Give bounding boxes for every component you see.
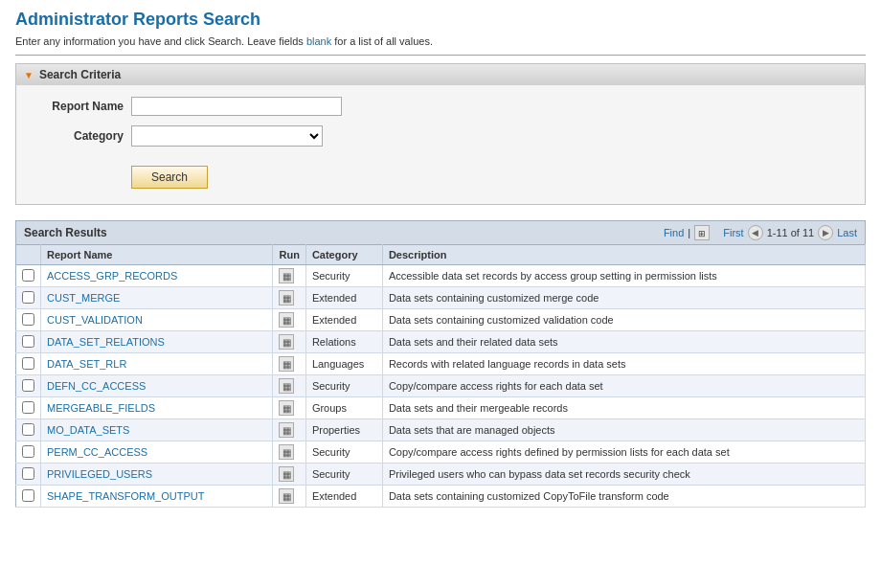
description-cell: Data sets containing customized merge co… bbox=[382, 287, 865, 309]
description-cell: Data sets and their mergeable records bbox=[382, 397, 865, 419]
run-icon[interactable]: ▦ bbox=[279, 400, 294, 416]
collapse-arrow-icon[interactable]: ▼ bbox=[24, 70, 34, 80]
row-checkbox[interactable] bbox=[22, 313, 34, 326]
category-label: Category bbox=[35, 129, 131, 143]
row-checkbox[interactable] bbox=[22, 423, 34, 436]
run-icon[interactable]: ▦ bbox=[279, 268, 294, 283]
col-checkbox bbox=[16, 245, 41, 265]
table-row: PRIVILEGED_USERS▦SecurityPrivileged user… bbox=[16, 464, 866, 486]
run-icon[interactable]: ▦ bbox=[279, 356, 294, 372]
find-icon[interactable]: ⊞ bbox=[694, 225, 710, 240]
report-name-row: Report Name bbox=[35, 97, 846, 116]
blank-link[interactable]: blank bbox=[306, 35, 331, 47]
description-cell: Privileged users who can bypass data set… bbox=[382, 464, 865, 486]
description-cell: Copy/compare access rights defined by pe… bbox=[382, 441, 865, 464]
criteria-header-label: Search Criteria bbox=[39, 68, 121, 81]
col-category: Category bbox=[305, 245, 382, 265]
report-name-link[interactable]: SHAPE_TRANSFORM_OUTPUT bbox=[47, 490, 204, 502]
report-name-link[interactable]: DATA_SET_RELATIONS bbox=[47, 336, 165, 348]
run-icon[interactable]: ▦ bbox=[279, 378, 294, 394]
nav-separator: | bbox=[688, 227, 690, 238]
table-row: MO_DATA_SETS▦PropertiesData sets that ar… bbox=[16, 419, 866, 441]
report-name-link[interactable]: MERGEABLE_FIELDS bbox=[47, 402, 155, 414]
row-checkbox[interactable] bbox=[22, 357, 34, 370]
col-report-name: Report Name bbox=[41, 245, 273, 265]
results-table: Report Name Run Category Description ACC… bbox=[15, 244, 866, 508]
criteria-body: Report Name Category Security Extended R… bbox=[16, 85, 865, 204]
row-checkbox[interactable] bbox=[22, 401, 34, 414]
run-icon[interactable]: ▦ bbox=[279, 334, 294, 350]
find-link[interactable]: Find bbox=[664, 227, 684, 238]
next-page-button[interactable]: ▶ bbox=[818, 225, 833, 240]
category-cell: Security bbox=[305, 265, 382, 287]
table-row: SHAPE_TRANSFORM_OUTPUT▦ExtendedData sets… bbox=[16, 486, 866, 508]
row-checkbox[interactable] bbox=[22, 291, 34, 304]
category-cell: Properties bbox=[305, 419, 382, 441]
category-cell: Extended bbox=[305, 287, 382, 309]
description-cell: Data sets and their related data sets bbox=[382, 331, 865, 353]
table-row: CUST_VALIDATION▦ExtendedData sets contai… bbox=[16, 309, 866, 331]
description-cell: Data sets containing customized CopyToFi… bbox=[382, 486, 865, 508]
table-row: DATA_SET_RELATIONS▦RelationsData sets an… bbox=[16, 331, 866, 353]
prev-page-button[interactable]: ◀ bbox=[748, 225, 763, 240]
run-icon[interactable]: ▦ bbox=[279, 488, 294, 504]
description-cell: Data sets containing customized validati… bbox=[382, 309, 865, 331]
table-row: ACCESS_GRP_RECORDS▦SecurityAccessible da… bbox=[16, 265, 866, 287]
last-link[interactable]: Last bbox=[837, 227, 857, 238]
description-cell: Records with related language records in… bbox=[382, 353, 865, 375]
criteria-panel: ▼ Search Criteria Report Name Category S… bbox=[15, 63, 866, 205]
report-name-link[interactable]: PERM_CC_ACCESS bbox=[47, 446, 147, 458]
report-name-link[interactable]: DATA_SET_RLR bbox=[47, 358, 126, 370]
category-cell: Extended bbox=[305, 309, 382, 331]
report-name-link[interactable]: MO_DATA_SETS bbox=[47, 424, 129, 436]
category-cell: Groups bbox=[305, 397, 382, 419]
run-icon[interactable]: ▦ bbox=[279, 290, 294, 305]
page-title: Administrator Reports Search bbox=[15, 10, 866, 30]
run-icon[interactable]: ▦ bbox=[279, 422, 294, 438]
category-cell: Languages bbox=[305, 353, 382, 375]
results-section: Search Results Find | ⊞ First ◀ 1-11 of … bbox=[15, 220, 866, 508]
first-link[interactable]: First bbox=[723, 227, 743, 238]
page-count: 1-11 of 11 bbox=[767, 227, 815, 238]
results-header: Search Results Find | ⊞ First ◀ 1-11 of … bbox=[15, 220, 866, 244]
criteria-header: ▼ Search Criteria bbox=[16, 64, 865, 85]
row-checkbox[interactable] bbox=[22, 489, 34, 502]
page-subtitle: Enter any information you have and click… bbox=[15, 35, 866, 56]
category-select[interactable]: Security Extended Relations Languages Gr… bbox=[131, 125, 323, 147]
report-name-link[interactable]: CUST_VALIDATION bbox=[47, 314, 143, 326]
row-checkbox[interactable] bbox=[22, 269, 34, 282]
row-checkbox[interactable] bbox=[22, 335, 34, 348]
results-nav: Find | ⊞ First ◀ 1-11 of 11 ▶ Last bbox=[664, 225, 857, 240]
row-checkbox[interactable] bbox=[22, 445, 34, 458]
category-cell: Extended bbox=[305, 486, 382, 508]
category-cell: Relations bbox=[305, 331, 382, 353]
category-cell: Security bbox=[305, 464, 382, 486]
search-button[interactable]: Search bbox=[131, 166, 208, 189]
table-row: CUST_MERGE▦ExtendedData sets containing … bbox=[16, 287, 866, 309]
table-row: DEFN_CC_ACCESS▦SecurityCopy/compare acce… bbox=[16, 375, 866, 397]
description-cell: Data sets that are managed objects bbox=[382, 419, 865, 441]
table-row: MERGEABLE_FIELDS▦GroupsData sets and the… bbox=[16, 397, 866, 419]
col-run: Run bbox=[273, 245, 305, 265]
nav-spacer bbox=[713, 227, 719, 238]
col-description: Description bbox=[382, 245, 865, 265]
search-btn-row: Search bbox=[131, 156, 846, 192]
table-row: PERM_CC_ACCESS▦SecurityCopy/compare acce… bbox=[16, 441, 866, 464]
category-cell: Security bbox=[305, 375, 382, 397]
run-icon[interactable]: ▦ bbox=[279, 312, 294, 328]
description-cell: Accessible data set records by access gr… bbox=[382, 265, 865, 287]
table-header-row: Report Name Run Category Description bbox=[16, 245, 866, 265]
report-name-link[interactable]: ACCESS_GRP_RECORDS bbox=[47, 270, 177, 282]
row-checkbox[interactable] bbox=[22, 379, 34, 392]
table-row: DATA_SET_RLR▦LanguagesRecords with relat… bbox=[16, 353, 866, 375]
run-icon[interactable]: ▦ bbox=[279, 444, 294, 460]
report-name-label: Report Name bbox=[35, 100, 131, 113]
report-name-input[interactable] bbox=[131, 97, 342, 116]
row-checkbox[interactable] bbox=[22, 467, 34, 480]
report-name-link[interactable]: CUST_MERGE bbox=[47, 292, 120, 304]
run-icon[interactable]: ▦ bbox=[279, 466, 294, 482]
description-cell: Copy/compare access rights for each data… bbox=[382, 375, 865, 397]
report-name-link[interactable]: DEFN_CC_ACCESS bbox=[47, 380, 146, 392]
report-name-link[interactable]: PRIVILEGED_USERS bbox=[47, 468, 152, 480]
category-cell: Security bbox=[305, 441, 382, 464]
